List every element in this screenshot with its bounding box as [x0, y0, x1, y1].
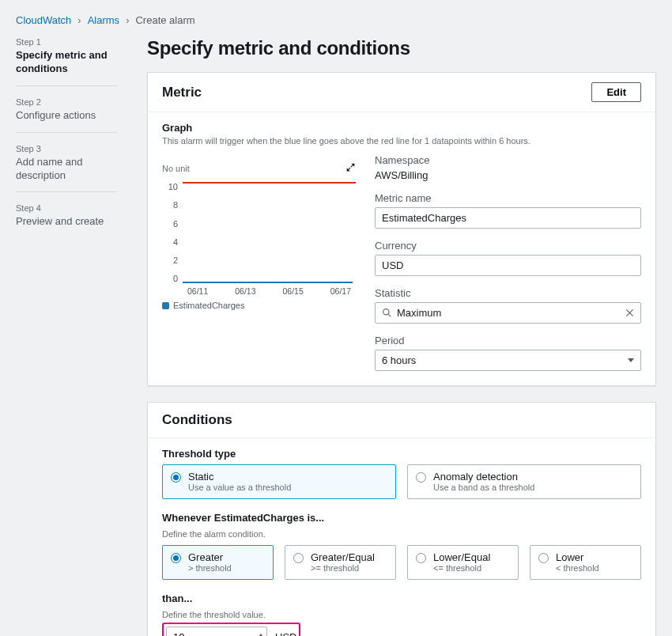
period-select[interactable]: 6 hours	[375, 350, 641, 371]
legend-swatch	[162, 302, 169, 309]
operator-greater-equal[interactable]: Greater/Equal >= threshold	[285, 545, 396, 580]
operator-greater[interactable]: Greater > threshold	[162, 545, 274, 580]
threshold-unit: USD	[275, 631, 296, 636]
metric-panel: Metric Edit Graph This alarm will trigge…	[147, 72, 656, 386]
step-number: Step 2	[16, 97, 117, 107]
wizard-steps: Step 1 Specify metric and conditions Ste…	[16, 37, 117, 636]
metric-line	[183, 282, 353, 283]
tile-subtitle: Use a value as a threshold	[188, 483, 291, 492]
step-1[interactable]: Step 1 Specify metric and conditions	[16, 37, 117, 86]
breadcrumb-root[interactable]: CloudWatch	[16, 14, 71, 26]
step-title: Preview and create	[16, 215, 117, 229]
tile-title: Greater	[188, 551, 232, 563]
step-4[interactable]: Step 4 Preview and create	[16, 203, 117, 238]
conditions-panel-heading: Conditions	[162, 412, 232, 428]
breadcrumb: CloudWatch › Alarms › Create alarm	[16, 14, 656, 26]
threshold-type-static[interactable]: Static Use a value as a threshold	[162, 464, 396, 499]
threshold-value-field[interactable]	[167, 627, 255, 636]
graph-heading: Graph	[162, 122, 641, 134]
clear-icon[interactable]	[625, 309, 634, 317]
tile-title: Static	[188, 471, 291, 483]
tile-title: Anomaly detection	[433, 471, 534, 483]
edit-button[interactable]: Edit	[591, 82, 641, 102]
threshold-type-anomaly[interactable]: Anomaly detection Use a band as a thresh…	[407, 464, 641, 499]
namespace-value: AWS/Billing	[375, 169, 641, 181]
whenever-hint: Define the alarm condition.	[162, 528, 641, 539]
step-3[interactable]: Step 3 Add name and description	[16, 144, 117, 193]
conditions-panel: Conditions Threshold type Static Use a v…	[147, 402, 656, 636]
metric-panel-heading: Metric	[162, 85, 202, 100]
tile-subtitle: < threshold	[556, 563, 599, 573]
radio-icon	[416, 553, 426, 563]
currency-label: Currency	[375, 240, 641, 252]
statistic-label: Statistic	[375, 287, 641, 299]
breadcrumb-section[interactable]: Alarms	[88, 14, 119, 26]
chevron-down-icon	[628, 358, 634, 362]
radio-icon	[171, 553, 181, 563]
step-number: Step 4	[16, 203, 117, 213]
radio-icon	[293, 553, 304, 563]
whenever-label: Whenever EstimatedCharges is...	[162, 512, 641, 524]
plot-area	[183, 182, 356, 283]
metric-name-label: Metric name	[375, 192, 641, 204]
y-axis: 10 8 6 4 2 0	[162, 182, 178, 283]
expand-icon[interactable]	[345, 162, 356, 175]
period-label: Period	[375, 335, 641, 346]
statistic-input[interactable]: Maximum	[375, 302, 641, 324]
svg-line-1	[388, 314, 391, 316]
legend-label: EstimatedCharges	[173, 301, 245, 310]
operator-lower[interactable]: Lower < threshold	[530, 545, 641, 580]
tile-subtitle: > threshold	[188, 563, 232, 573]
radio-icon	[538, 553, 549, 563]
chevron-right-icon: ›	[77, 14, 81, 26]
chart-unit-label: No unit	[162, 164, 190, 173]
radio-icon	[171, 472, 181, 483]
tile-subtitle: >= threshold	[311, 563, 375, 573]
tile-title: Lower/Equal	[433, 551, 490, 563]
radio-icon	[416, 472, 426, 483]
metric-name-input[interactable]: EstimatedCharges	[375, 207, 641, 229]
step-title: Add name and description	[16, 156, 117, 183]
threshold-value-input[interactable]	[166, 627, 267, 636]
step-title: Specify metric and conditions	[16, 49, 117, 76]
operator-lower-equal[interactable]: Lower/Equal <= threshold	[407, 545, 519, 580]
namespace-label: Namespace	[375, 154, 641, 166]
page-title: Specify metric and conditions	[147, 37, 656, 59]
x-axis: 06/11 06/13 06/15 06/17	[183, 286, 356, 296]
tile-subtitle: Use a band as a threshold	[433, 483, 534, 492]
step-number: Step 3	[16, 144, 117, 153]
threshold-line	[183, 182, 356, 184]
graph-hint: This alarm will trigger when the blue li…	[162, 135, 641, 146]
than-label: than...	[162, 592, 641, 604]
step-title: Configure actions	[16, 109, 117, 123]
tile-title: Lower	[556, 551, 599, 563]
step-number: Step 1	[16, 37, 117, 47]
svg-point-0	[383, 309, 389, 315]
search-icon	[382, 308, 392, 318]
chart: No unit 10 8 6 4 2	[162, 162, 356, 310]
chevron-right-icon: ›	[126, 14, 129, 26]
tile-title: Greater/Equal	[311, 551, 375, 563]
breadcrumb-current: Create alarm	[135, 14, 194, 26]
threshold-value-highlight: USD	[162, 623, 300, 636]
chart-legend: EstimatedCharges	[162, 301, 356, 310]
tile-subtitle: <= threshold	[433, 563, 490, 573]
threshold-type-label: Threshold type	[162, 448, 641, 460]
step-2[interactable]: Step 2 Configure actions	[16, 97, 117, 133]
than-hint: Define the threshold value.	[162, 609, 641, 620]
currency-input[interactable]: USD	[375, 255, 641, 276]
